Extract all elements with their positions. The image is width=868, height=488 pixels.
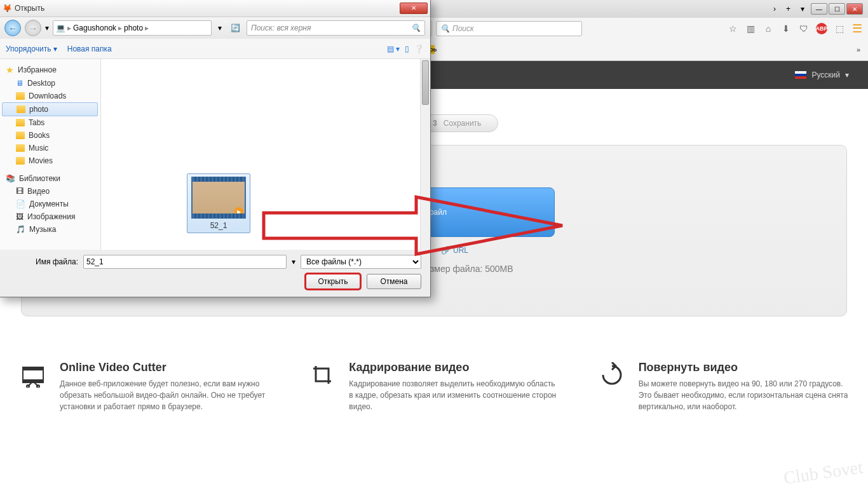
shield-icon[interactable]: 🛡 xyxy=(798,23,810,34)
view-mode-button[interactable]: ▤ ▾ xyxy=(387,44,400,53)
file-open-dialog: 🦊 Открыть ✕ ← → ▾ 💻▸ Gagushonok▸ photo▸ … xyxy=(0,0,431,297)
nav-dropdown-button[interactable]: ▾ xyxy=(45,24,49,32)
desktop-icon: 🖥 xyxy=(16,79,24,88)
sidebar-item-documents[interactable]: 📄Документы xyxy=(0,198,100,210)
play-overlay-icon: ▶ xyxy=(234,207,243,216)
file-list-scrollbar[interactable] xyxy=(420,59,430,250)
folder-icon xyxy=(16,119,25,126)
maximize-button[interactable]: ☐ xyxy=(829,3,845,15)
scrollbar-thumb[interactable] xyxy=(422,60,429,105)
toolbar-icons: ☆ ▥ ⌂ ⬇ 🛡 ABP ⬚ ☰ xyxy=(727,23,863,34)
file-list[interactable]: ▶ 52_1 xyxy=(101,59,430,250)
file-name: 52_1 xyxy=(190,221,247,230)
sidebar-item-downloads[interactable]: Downloads xyxy=(0,90,100,102)
url-link[interactable]: 🔗URL xyxy=(441,246,468,255)
folder-icon xyxy=(16,132,25,139)
nav-back-button[interactable]: ← xyxy=(4,20,21,36)
crop-icon xyxy=(308,361,336,389)
filename-input[interactable] xyxy=(83,255,287,269)
star-icon[interactable]: ☆ xyxy=(727,23,738,34)
dialog-footer: Имя файла: ▾ Все файлы (*.*) Открыть Отм… xyxy=(0,250,430,294)
rotate-icon xyxy=(598,361,626,389)
open-button[interactable]: Открыть xyxy=(306,274,360,289)
sidebar-item-images[interactable]: 🖼Изображения xyxy=(0,210,100,223)
dialog-nav: ← → ▾ 💻▸ Gagushonok▸ photo▸ ▾ 🔄 Поиск: в… xyxy=(0,17,430,39)
video-thumbnail: ▶ xyxy=(191,177,246,219)
libraries-header[interactable]: 📚Библиотеки xyxy=(0,172,100,185)
filename-label: Имя файла: xyxy=(8,257,78,266)
cancel-button[interactable]: Отмена xyxy=(367,274,421,289)
home-icon[interactable]: ⌂ xyxy=(763,23,774,34)
organize-menu[interactable]: Упорядочить ▾ xyxy=(6,44,57,53)
dialog-toolbar: Упорядочить ▾ Новая папка ▤ ▾ ▯ ❔ xyxy=(0,39,430,59)
dialog-sidebar: ★Избранное 🖥Desktop Downloads photo Tabs… xyxy=(0,59,101,250)
preview-pane-button[interactable]: ▯ xyxy=(405,44,409,53)
document-icon: 📄 xyxy=(16,200,25,208)
feature-card: Повернуть видеоВы можете повернуть видео… xyxy=(598,361,849,412)
search-icon: 🔍 xyxy=(411,24,421,32)
tab-scroll-right[interactable]: › xyxy=(770,3,780,15)
file-type-filter[interactable]: Все файлы (*.*) xyxy=(301,255,421,269)
sidebar-item-books[interactable]: Books xyxy=(0,129,100,142)
tab-list-button[interactable]: ▾ xyxy=(797,3,808,15)
downloads-icon[interactable]: ⬇ xyxy=(780,23,792,34)
sidebar-item-photo[interactable]: photo xyxy=(2,102,98,116)
search-icon: 🔍 xyxy=(440,24,450,33)
adblock-icon[interactable]: ABP xyxy=(816,23,827,34)
sidebar-item-music[interactable]: Music xyxy=(0,142,100,154)
sidebar-item-tabs[interactable]: Tabs xyxy=(0,116,100,129)
window-controls: — ☐ ✕ xyxy=(811,3,863,15)
close-window-button[interactable]: ✕ xyxy=(846,3,863,15)
dialog-search-input[interactable]: Поиск: вся херня🔍 xyxy=(247,20,425,36)
feature-desc: Вы можете повернуть видео на 90, 180 или… xyxy=(639,378,849,412)
breadcrumb-segment[interactable]: Gagushonok xyxy=(73,24,116,32)
folder-icon xyxy=(16,92,25,100)
image-icon: 🖼 xyxy=(16,212,24,221)
help-button[interactable]: ❔ xyxy=(414,44,424,53)
music-icon: 🎵 xyxy=(16,225,25,234)
search-bar[interactable]: 🔍Поиск xyxy=(436,21,582,36)
dialog-close-button[interactable]: ✕ xyxy=(400,3,428,14)
feature-card: Online Video CutterДанное веб-приложение… xyxy=(19,361,270,412)
filename-dropdown[interactable]: ▾ xyxy=(292,257,295,266)
feature-title: Online Video Cutter xyxy=(60,361,270,374)
svg-rect-2 xyxy=(23,379,43,383)
star-icon: ★ xyxy=(6,65,14,75)
file-item[interactable]: ▶ 52_1 xyxy=(187,173,250,233)
nav-forward-button[interactable]: → xyxy=(25,20,41,36)
bookmarks-overflow[interactable]: » xyxy=(854,44,863,55)
features-row: Online Video CutterДанное веб-приложение… xyxy=(0,336,868,438)
libraries-icon: 📚 xyxy=(6,174,15,183)
scissors-film-icon xyxy=(19,361,47,389)
link-icon: 🔗 xyxy=(441,246,451,255)
folder-icon xyxy=(16,157,25,165)
breadcrumb[interactable]: 💻▸ Gagushonok▸ photo▸ xyxy=(53,20,212,36)
library-icon[interactable]: ▥ xyxy=(745,23,756,34)
feature-title: Кадрирование видео xyxy=(349,361,559,374)
dialog-body: ★Избранное 🖥Desktop Downloads photo Tabs… xyxy=(0,59,430,250)
video-icon: 🎞 xyxy=(16,187,24,196)
step-num: 3 xyxy=(433,119,437,128)
screenshot-icon[interactable]: ⬚ xyxy=(834,23,845,34)
breadcrumb-dropdown[interactable]: ▾ xyxy=(215,24,224,32)
favorites-header[interactable]: ★Избранное xyxy=(0,63,100,77)
feature-desc: Данное веб-приложение будет полезно, есл… xyxy=(60,378,270,412)
minimize-button[interactable]: — xyxy=(811,3,827,15)
breadcrumb-segment[interactable]: photo xyxy=(124,24,143,32)
svg-rect-1 xyxy=(23,367,43,370)
menu-icon[interactable]: ☰ xyxy=(851,23,863,34)
search-placeholder: Поиск xyxy=(452,24,474,33)
new-folder-button[interactable]: Новая папка xyxy=(67,44,112,53)
flag-ru-icon xyxy=(795,71,806,79)
chevron-down-icon: ▾ xyxy=(845,71,849,79)
firefox-icon: 🦊 xyxy=(2,3,12,13)
new-tab-button[interactable]: + xyxy=(782,3,794,15)
refresh-button[interactable]: 🔄 xyxy=(228,24,243,32)
dialog-titlebar[interactable]: 🦊 Открыть ✕ xyxy=(0,0,430,17)
sidebar-item-lib-music[interactable]: 🎵Музыка xyxy=(0,223,100,236)
sidebar-item-desktop[interactable]: 🖥Desktop xyxy=(0,77,100,90)
sidebar-item-movies[interactable]: Movies xyxy=(0,154,100,167)
sidebar-item-video[interactable]: 🎞Видео xyxy=(0,185,100,198)
language-selector[interactable]: Русский xyxy=(811,71,840,79)
feature-title: Повернуть видео xyxy=(639,361,849,374)
